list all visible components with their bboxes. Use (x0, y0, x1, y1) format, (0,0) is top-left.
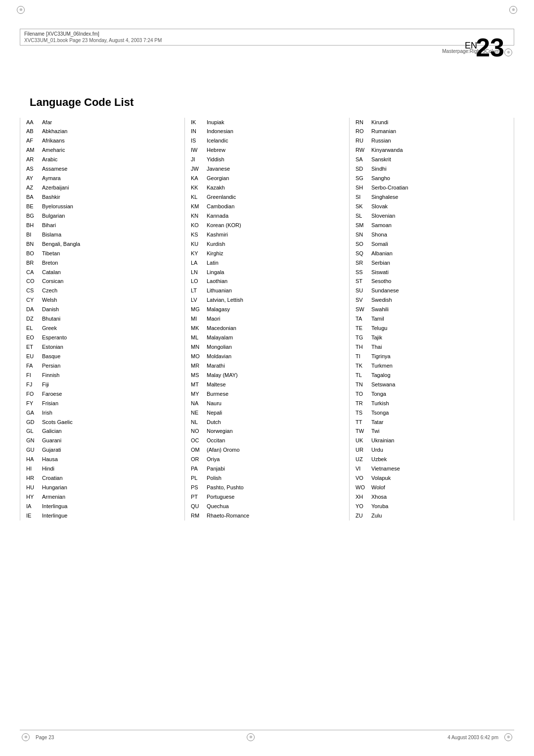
lang-code: LN (190, 268, 206, 277)
lang-code: SH (355, 184, 370, 193)
lang-code: BH (25, 221, 41, 230)
lang-code: GU (25, 446, 41, 455)
lang-code: RO (355, 127, 370, 137)
filename-label: Filename [XVC33UM_06Index.fm] (24, 31, 510, 37)
lang-name: Hausa (41, 455, 179, 465)
lang-code: KK (190, 184, 206, 193)
table-row: GLGalician (25, 427, 179, 436)
footer-date: 4 August 2003 6:42 pm (447, 735, 498, 740)
lang-name: Arabic (41, 155, 179, 165)
table-row: LTLithuanian (190, 286, 344, 296)
table-row: TSTsonga (355, 408, 509, 418)
table-row: BHBihari (25, 221, 179, 230)
table-row: ELGreek (25, 324, 179, 333)
lang-code: AS (25, 165, 41, 174)
table-row: SQAlbanian (355, 249, 509, 258)
table-row: SRSerbian (355, 258, 509, 268)
lang-code: BA (25, 193, 41, 202)
lang-code: SQ (355, 249, 370, 258)
lang-name: Wolof (370, 483, 509, 493)
lang-code: TE (355, 324, 370, 333)
table-row: LNLingala (190, 268, 344, 277)
lang-name: (Afan) Oromo (206, 446, 344, 455)
lang-name: Guarani (41, 436, 179, 446)
lang-code: JW (190, 165, 206, 174)
lang-code: OR (190, 455, 206, 465)
table-row: STSesotho (355, 277, 509, 286)
lang-code: SV (355, 296, 370, 305)
lang-name: Icelandic (206, 137, 344, 146)
table-row: YOYoruba (355, 502, 509, 511)
lang-name: Malayalam (206, 333, 344, 343)
lang-code: PS (190, 483, 206, 493)
lang-code: NE (190, 408, 206, 418)
lang-code: KL (190, 193, 206, 202)
lang-code: SO (355, 239, 370, 249)
table-row: SWSwahili (355, 305, 509, 315)
table-row: TGTajik (355, 333, 509, 343)
lang-code: KY (190, 249, 206, 258)
lang-code: AZ (25, 184, 41, 193)
lang-name: Indonesian (206, 127, 344, 137)
lang-name: Swahili (370, 305, 509, 315)
lang-name: Slovenian (370, 211, 509, 221)
lang-code: FY (25, 399, 41, 408)
lang-name: Serbo-Croatian (370, 184, 509, 193)
lang-code: NA (190, 399, 206, 408)
lang-code: JI (190, 155, 206, 165)
lang-name: Bhutani (41, 315, 179, 324)
table-row: KNKannada (190, 211, 344, 221)
lang-name: Irish (41, 408, 179, 418)
lang-name: Serbian (370, 258, 509, 268)
lang-code: HI (25, 465, 41, 474)
lang-name: Bulgarian (41, 211, 179, 221)
lang-name: Tigrinya (370, 352, 509, 361)
lang-name: Afar (41, 118, 179, 127)
table-row: TNSetswana (355, 380, 509, 389)
table-row: VIVietnamese (355, 465, 509, 474)
lang-name: Interlingue (41, 511, 179, 520)
lang-name: Telugu (370, 324, 509, 333)
lang-code: RM (190, 511, 206, 520)
table-row: THThai (355, 343, 509, 352)
lang-code: BE (25, 202, 41, 211)
lang-code: EO (25, 333, 41, 343)
table-row: MLMalayalam (190, 333, 344, 343)
lang-code: KA (190, 174, 206, 184)
lang-name: Inupiak (206, 118, 344, 127)
table-row: FOFaroese (25, 389, 179, 399)
lang-code: CO (25, 277, 41, 286)
lang-name: Setswana (370, 380, 509, 389)
lang-code: BG (25, 211, 41, 221)
table-row: TATamil (355, 315, 509, 324)
lang-code: UZ (355, 455, 370, 465)
lang-name: Ameharic (41, 146, 179, 155)
table-row: ISIcelandic (190, 137, 344, 146)
lang-code: TS (355, 408, 370, 418)
lang-code: TH (355, 343, 370, 352)
lang-name: Lithuanian (206, 286, 344, 296)
table-row: UZUzbek (355, 455, 509, 465)
table-row: DADanish (25, 305, 179, 315)
table-row: SISinghalese (355, 193, 509, 202)
table-row: INIndonesian (190, 127, 344, 137)
lang-name: Malagasy (206, 305, 344, 315)
lang-name: Greek (41, 324, 179, 333)
lang-name: Tibetan (41, 249, 179, 258)
lang-code: WO (355, 483, 370, 493)
lang-name: Fiji (41, 380, 179, 389)
table-row: MTMaltese (190, 380, 344, 389)
lang-name: Breton (41, 258, 179, 268)
table-row: IAInterlingua (25, 502, 179, 511)
lang-code: KO (190, 221, 206, 230)
lang-name: Abkhazian (41, 127, 179, 137)
lang-code: TK (355, 361, 370, 371)
lang-code: OM (190, 446, 206, 455)
page-number-large: 23 (476, 35, 504, 60)
lang-name: Portuguese (206, 493, 344, 502)
lang-name: Kirundi (370, 118, 509, 127)
table-row: WOWolof (355, 483, 509, 493)
lang-name: Tatar (370, 418, 509, 427)
lang-name: Oriya (206, 455, 344, 465)
lang-name: Greenlandic (206, 193, 344, 202)
